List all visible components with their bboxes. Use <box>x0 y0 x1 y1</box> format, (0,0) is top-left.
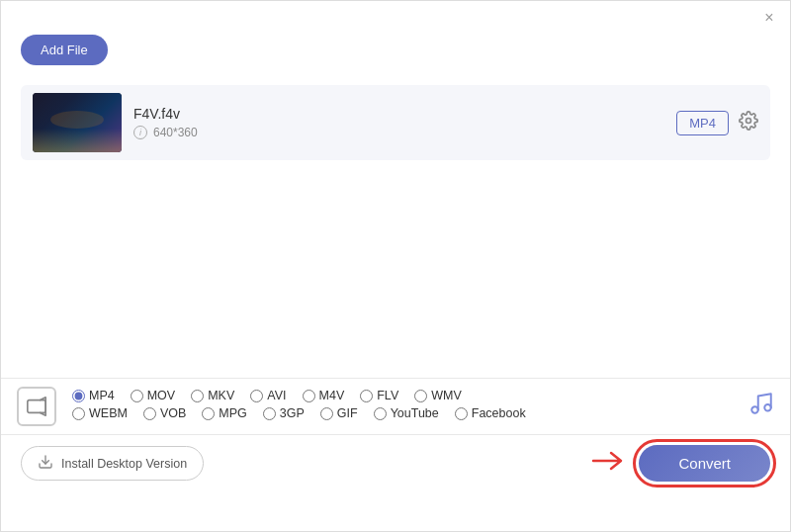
settings-button[interactable] <box>739 111 758 135</box>
video-format-icon <box>17 387 56 426</box>
format-option-gif[interactable]: GIF <box>320 406 358 420</box>
title-bar: × <box>1 1 790 35</box>
format-radio-mov[interactable] <box>131 390 143 402</box>
arrow-convert-group: Convert <box>591 445 770 482</box>
download-icon <box>38 454 53 473</box>
format-radio-mp4[interactable] <box>72 390 85 402</box>
format-radio-mpg[interactable] <box>202 407 215 420</box>
file-info: F4V.f4v i 640*360 <box>133 106 664 139</box>
format-option-mpg[interactable]: MPG <box>202 406 246 420</box>
svg-rect-1 <box>28 400 45 413</box>
svg-point-2 <box>751 406 758 413</box>
format-badge[interactable]: MP4 <box>676 111 729 135</box>
close-button[interactable]: × <box>760 9 778 27</box>
format-options: MP4 MOV MKV AVI M4V FLV <box>72 389 733 424</box>
format-row-1: MP4 MOV MKV AVI M4V FLV <box>72 389 733 402</box>
svg-point-0 <box>747 118 751 123</box>
format-radio-facebook[interactable] <box>455 407 468 420</box>
format-option-3gp[interactable]: 3GP <box>263 406 305 420</box>
install-button[interactable]: Install Desktop Version <box>21 446 204 481</box>
format-option-mp4[interactable]: MP4 <box>72 389 115 402</box>
thumbnail-image <box>33 93 122 152</box>
file-name: F4V.f4v <box>133 106 664 122</box>
format-radio-mkv[interactable] <box>191 390 204 402</box>
format-option-youtube[interactable]: YouTube <box>374 406 439 420</box>
format-radio-webm[interactable] <box>72 407 85 420</box>
format-option-avi[interactable]: AVI <box>250 389 286 402</box>
format-radio-youtube[interactable] <box>374 407 387 420</box>
format-radio-m4v[interactable] <box>303 390 315 402</box>
format-radio-avi[interactable] <box>250 390 263 402</box>
top-area: Add File <box>1 35 790 75</box>
svg-point-3 <box>764 404 771 411</box>
arrow-right-icon <box>591 448 627 480</box>
format-radio-wmv[interactable] <box>414 390 427 402</box>
file-thumbnail <box>33 93 122 152</box>
convert-button[interactable]: Convert <box>639 445 770 482</box>
content-area <box>1 170 790 378</box>
format-option-webm[interactable]: WEBM <box>72 406 128 420</box>
format-option-vob[interactable]: VOB <box>143 406 186 420</box>
format-option-wmv[interactable]: WMV <box>414 389 462 402</box>
file-actions: MP4 <box>676 111 758 135</box>
format-option-m4v[interactable]: M4V <box>303 389 345 402</box>
add-file-button[interactable]: Add File <box>21 35 108 65</box>
action-bar: Install Desktop Version Convert <box>1 434 790 491</box>
format-option-mov[interactable]: MOV <box>131 389 175 402</box>
format-row-2: WEBM VOB MPG 3GP GIF YouTube <box>72 406 733 420</box>
file-item: F4V.f4v i 640*360 MP4 <box>21 85 770 160</box>
audio-format-icon[interactable] <box>748 391 774 422</box>
format-option-facebook[interactable]: Facebook <box>455 406 526 420</box>
format-option-mkv[interactable]: MKV <box>191 389 234 402</box>
format-option-flv[interactable]: FLV <box>360 389 398 402</box>
file-meta: i 640*360 <box>133 126 664 139</box>
format-radio-3gp[interactable] <box>263 407 276 420</box>
format-radio-gif[interactable] <box>320 407 333 420</box>
info-icon: i <box>133 126 147 139</box>
install-label: Install Desktop Version <box>61 457 187 471</box>
format-radio-vob[interactable] <box>143 407 156 420</box>
format-radio-flv[interactable] <box>360 390 373 402</box>
file-dimensions: 640*360 <box>153 126 198 139</box>
file-list: F4V.f4v i 640*360 MP4 <box>1 75 790 170</box>
format-bar: MP4 MOV MKV AVI M4V FLV <box>1 378 790 434</box>
